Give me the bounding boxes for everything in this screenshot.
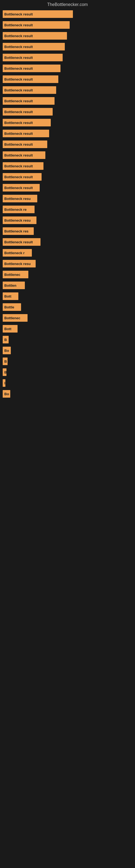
bar-label: Bottleneck result (4, 153, 33, 157)
bar-label: Bo (4, 348, 9, 352)
bar-label: Bottleneck resu (4, 197, 31, 201)
bars-container: Bottleneck resultBottleneck resultBottle… (0, 10, 135, 401)
bar-row: Bottleneck result (3, 108, 132, 116)
bottleneck-bar: B (3, 358, 8, 365)
bottleneck-bar: Bottleneck result (3, 151, 45, 159)
bar-row: Bottleneck res (3, 227, 132, 235)
bottleneck-bar: Bottleneck result (3, 173, 42, 181)
bar-row: Bottleneck resu (3, 260, 132, 268)
bar-label: Bottleneck resu (4, 262, 31, 266)
bar-row: Bottlenec (3, 271, 132, 278)
bottleneck-bar: Bottleneck result (3, 86, 56, 94)
bottleneck-bar: Bottleneck result (3, 21, 70, 29)
site-title: TheBottlenecker.com (0, 0, 135, 10)
bottleneck-bar: Bottleneck resu (3, 260, 36, 268)
bar-row: Bottleneck result (3, 184, 132, 191)
bar-label: Bottleneck resu (4, 218, 31, 222)
bar-row: Bottleneck resu (3, 195, 132, 203)
bar-row: Bottleneck result (3, 32, 132, 40)
bottleneck-bar: Bottleneck result (3, 238, 41, 246)
bar-label: Bott (4, 327, 11, 331)
bottleneck-bar: Bo (3, 347, 11, 354)
bar-row: Bottleneck result (3, 162, 132, 170)
bottleneck-bar: I (3, 379, 5, 387)
bar-row: Bottleneck re (3, 206, 132, 213)
bar-row: B (3, 336, 132, 343)
bottleneck-bar: Bottleneck re (3, 206, 35, 213)
bar-label: Bottlenec (4, 316, 20, 320)
bar-row: Bottlen (3, 282, 132, 289)
bar-label: Bottleneck result (4, 45, 33, 49)
bottleneck-bar: Bottle (3, 303, 21, 311)
bar-label: Bottleneck result (4, 186, 33, 190)
bar-row: I (3, 379, 132, 387)
bar-label: Bottleneck result (4, 34, 33, 38)
bar-label: B (4, 338, 7, 342)
bar-row: Bottleneck result (3, 141, 132, 148)
bottleneck-bar: Bottleneck resu (3, 195, 37, 203)
bar-row: Bott (3, 325, 132, 333)
bar-row: Bottleneck result (3, 54, 132, 61)
bar-row: Bottleneck result (3, 86, 132, 94)
bar-label: Bottle (4, 305, 14, 309)
bottleneck-bar: Bottleneck result (3, 97, 54, 105)
bottleneck-bar: Bott (3, 292, 18, 300)
bottleneck-bar: Bo (3, 390, 10, 398)
bar-row: Bottleneck result (3, 119, 132, 126)
bar-label: Bottleneck result (4, 131, 33, 135)
bar-row: Bottleneck result (3, 130, 132, 137)
bar-row: Bottleneck result (3, 151, 132, 159)
bottleneck-bar: Bottleneck res (3, 227, 34, 235)
bar-row: Bottlenec (3, 314, 132, 322)
bottleneck-bar: B (3, 336, 9, 343)
bar-row: Bottleneck result (3, 173, 132, 181)
bottleneck-bar: B (3, 368, 6, 376)
bar-row: Bottleneck result (3, 75, 132, 83)
bar-label: I (4, 381, 5, 385)
bar-label: B (4, 360, 7, 364)
bottleneck-bar: Bottleneck result (3, 108, 53, 116)
bar-row: Bo (3, 347, 132, 354)
bar-label: Bottleneck re (4, 208, 27, 212)
bar-label: Bottleneck result (4, 164, 33, 168)
bar-label: Bottleneck result (4, 66, 33, 70)
bar-label: Bottleneck result (4, 56, 33, 60)
bottleneck-bar: Bottleneck result (3, 119, 51, 126)
bottleneck-bar: Bottleneck result (3, 141, 47, 148)
bar-label: Bottleneck result (4, 77, 33, 82)
bar-row: B (3, 368, 132, 376)
bar-row: Bottleneck result (3, 43, 132, 51)
bar-row: Bottle (3, 303, 132, 311)
bottleneck-bar: Bottlenec (3, 271, 28, 278)
bar-row: Bottleneck result (3, 97, 132, 105)
bottleneck-bar: Bottleneck r (3, 249, 32, 257)
bar-label: Bottleneck result (4, 99, 33, 103)
bar-label: Bottleneck result (4, 23, 33, 27)
bar-row: Bottleneck result (3, 10, 132, 18)
bar-label: Bottleneck result (4, 12, 33, 16)
bottleneck-bar: Bottlen (3, 282, 25, 289)
bar-label: Bottleneck result (4, 175, 33, 179)
bottleneck-bar: Bottleneck resu (3, 216, 37, 224)
bar-row: Bo (3, 390, 132, 398)
bar-label: Bottleneck result (4, 121, 33, 125)
bar-label: Bottlen (4, 283, 16, 287)
bottleneck-bar: Bottlenec (3, 314, 28, 322)
bar-label: Bottleneck result (4, 110, 33, 114)
bar-label: Bottleneck result (4, 143, 33, 147)
bottleneck-bar: Bottleneck result (3, 32, 67, 40)
bar-label: Bottleneck res (4, 229, 29, 233)
bar-label: Bottleneck result (4, 240, 33, 244)
bar-label: Bo (4, 392, 9, 396)
bottleneck-bar: Bottleneck result (3, 130, 49, 137)
bar-label: B (4, 370, 6, 374)
bar-label: Bottleneck r (4, 251, 25, 255)
bar-label: Bott (4, 294, 11, 299)
bottleneck-bar: Bottleneck result (3, 162, 43, 170)
bottleneck-bar: Bottleneck result (3, 65, 60, 72)
bar-row: Bottleneck r (3, 249, 132, 257)
bottleneck-bar: Bottleneck result (3, 75, 58, 83)
bar-row: Bottleneck resu (3, 216, 132, 224)
bottleneck-bar: Bottleneck result (3, 54, 63, 61)
bar-row: Bottleneck result (3, 21, 132, 29)
